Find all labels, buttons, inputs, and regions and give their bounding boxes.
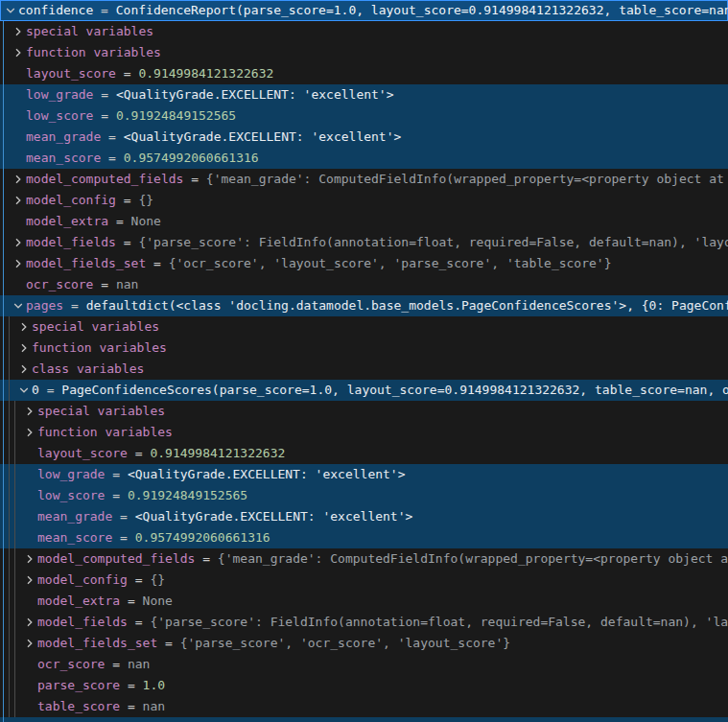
equals-sign: =	[105, 657, 127, 671]
variable-name: confidence	[18, 3, 93, 17]
variable-value: {'ocr_score', 'layout_score', 'parse_sco…	[169, 256, 612, 270]
variable-name: mean_score	[37, 530, 112, 545]
variable-row-0[interactable]: 0 = PageConfidenceScores(parse_score=1.0…	[0, 380, 728, 401]
chevron-right-icon[interactable]	[22, 425, 37, 440]
variable-row-special-variables[interactable]: special variables	[0, 401, 728, 422]
variable-value: nan	[116, 277, 138, 291]
variable-name: low_grade	[37, 467, 105, 481]
variable-row-model_fields_set[interactable]: model_fields_set = {'parse_score', 'ocr_…	[0, 633, 728, 654]
chevron-right-icon[interactable]	[11, 256, 26, 271]
variable-value: <QualityGrade.EXCELLENT: 'excellent'>	[116, 87, 394, 102]
variable-value: 0.91924849152565	[116, 108, 236, 123]
variable-name: model_fields_set	[26, 256, 146, 270]
chevron-right-icon[interactable]	[11, 45, 26, 60]
variable-row-parse_score[interactable]: parse_score = 1.0	[0, 675, 728, 696]
variable-row-layout_score[interactable]: layout_score = 0.9149984121322632	[0, 63, 728, 84]
variable-name: special variables	[32, 319, 159, 334]
variable-row-special-variables[interactable]: special variables	[0, 316, 728, 338]
equals-sign: =	[101, 151, 123, 165]
variable-row-low_score[interactable]: low_score = 0.91924849152565	[0, 105, 728, 127]
variable-row-special-variables[interactable]: special variables	[0, 21, 728, 42]
debug-variables-panel: { "panel": { "kind": "vscode-debug-varia…	[0, 0, 728, 722]
variable-row-low_grade[interactable]: low_grade = <QualityGrade.EXCELLENT: 'ex…	[0, 464, 728, 485]
chevron-right-icon[interactable]	[16, 340, 32, 356]
variable-value: <QualityGrade.EXCELLENT: 'excellent'>	[124, 129, 402, 144]
variable-name: layout_score	[26, 66, 116, 81]
chevron-down-icon[interactable]	[16, 383, 32, 398]
chevron-right-icon[interactable]	[22, 636, 37, 651]
variable-name: table_score	[37, 699, 120, 713]
variable-name: special variables	[37, 404, 165, 418]
equals-sign: =	[120, 594, 142, 608]
variable-row-pages[interactable]: pages = defaultdict(<class 'docling.data…	[0, 295, 728, 316]
variable-row-ocr_score[interactable]: ocr_score = nan	[0, 274, 728, 295]
variable-row-function-variables[interactable]: function variables	[0, 42, 728, 63]
chevron-right-icon[interactable]	[16, 361, 32, 377]
equals-sign: =	[39, 383, 61, 397]
chevron-right-icon[interactable]	[11, 235, 26, 250]
equals-sign: =	[63, 298, 85, 313]
variable-value: 0.9574992060661316	[124, 151, 259, 165]
chevron-right-icon[interactable]	[22, 572, 37, 588]
variable-row-mean_grade[interactable]: mean_grade = <QualityGrade.EXCELLENT: 'e…	[0, 127, 728, 148]
equals-sign: =	[93, 87, 115, 102]
chevron-down-icon[interactable]	[3, 3, 18, 18]
variable-row-model_config[interactable]: model_config = {}	[0, 190, 728, 211]
variable-name: pages	[26, 298, 63, 313]
chevron-right-icon[interactable]	[22, 615, 37, 630]
chevron-right-icon[interactable]	[16, 319, 32, 335]
variable-row-model_extra[interactable]: model_extra = None	[0, 591, 728, 612]
equals-sign: =	[112, 530, 134, 545]
equals-sign: =	[93, 277, 115, 291]
equals-sign: =	[93, 108, 115, 123]
partial-row[interactable]	[0, 717, 728, 722]
variable-row-confidence[interactable]: confidence = ConfidenceReport(parse_scor…	[0, 0, 728, 21]
variables-tree: confidence = ConfidenceReport(parse_scor…	[0, 0, 728, 722]
variable-row-mean_score[interactable]: mean_score = 0.9574992060661316	[0, 148, 728, 169]
variable-value: {'mean_grade': ComputedFieldInfo(wrapped…	[218, 551, 728, 566]
variable-row-function-variables[interactable]: function variables	[0, 422, 728, 443]
variable-row-model_config[interactable]: model_config = {}	[0, 570, 728, 591]
variable-value: ConfidenceReport(parse_score=1.0, layout…	[116, 3, 728, 17]
chevron-right-icon[interactable]	[11, 172, 26, 187]
variable-row-function-variables[interactable]: function variables	[0, 338, 728, 359]
variable-row-model_computed_fields[interactable]: model_computed_fields = {'mean_grade': C…	[0, 548, 728, 570]
variable-value: <QualityGrade.EXCELLENT: 'excellent'>	[135, 509, 413, 524]
variable-name: ocr_score	[37, 657, 105, 671]
variable-name: class variables	[32, 361, 144, 376]
variable-row-class-variables[interactable]: class variables	[0, 359, 728, 380]
variable-row-model_fields_set[interactable]: model_fields_set = {'ocr_score', 'layout…	[0, 253, 728, 274]
variable-row-mean_score[interactable]: mean_score = 0.9574992060661316	[0, 527, 728, 548]
chevron-right-icon[interactable]	[22, 404, 37, 419]
variable-name: model_config	[26, 193, 116, 207]
equals-sign: =	[116, 66, 138, 81]
variable-row-model_extra[interactable]: model_extra = None	[0, 211, 728, 232]
variable-value: {'mean_grade': ComputedFieldInfo(wrapped…	[206, 172, 728, 186]
chevron-right-icon[interactable]	[11, 24, 26, 39]
variable-value: {}	[150, 572, 165, 587]
variable-value: {'parse_score', 'ocr_score', 'layout_sco…	[180, 636, 510, 650]
chevron-right-icon[interactable]	[11, 193, 26, 208]
variable-row-mean_grade[interactable]: mean_grade = <QualityGrade.EXCELLENT: 'e…	[0, 506, 728, 527]
equals-sign: =	[105, 467, 127, 481]
chevron-right-icon[interactable]	[22, 551, 37, 567]
variable-row-model_computed_fields[interactable]: model_computed_fields = {'mean_grade': C…	[0, 169, 728, 190]
equals-sign: =	[128, 446, 150, 460]
variable-name: mean_grade	[26, 129, 101, 144]
variable-row-low_score[interactable]: low_score = 0.91924849152565	[0, 485, 728, 506]
equals-sign: =	[93, 3, 115, 17]
variable-value: {'parse_score': FieldInfo(annotation=flo…	[150, 615, 728, 629]
variable-row-table_score[interactable]: table_score = nan	[0, 696, 728, 717]
variable-row-layout_score[interactable]: layout_score = 0.9149984121322632	[0, 443, 728, 464]
variable-value: nan	[143, 699, 165, 713]
variable-row-model_fields[interactable]: model_fields = {'parse_score': FieldInfo…	[0, 232, 728, 253]
variable-name: low_score	[26, 108, 93, 123]
variable-value: 0.9149984121322632	[150, 446, 285, 460]
variable-row-ocr_score[interactable]: ocr_score = nan	[0, 654, 728, 675]
variable-name: layout_score	[37, 446, 128, 460]
chevron-down-icon[interactable]	[11, 298, 26, 314]
variable-value: {'parse_score': FieldInfo(annotation=flo…	[138, 235, 728, 249]
variable-row-low_grade[interactable]: low_grade = <QualityGrade.EXCELLENT: 'ex…	[0, 84, 728, 105]
variable-row-model_fields[interactable]: model_fields = {'parse_score': FieldInfo…	[0, 612, 728, 633]
variable-name: function variables	[26, 45, 161, 59]
